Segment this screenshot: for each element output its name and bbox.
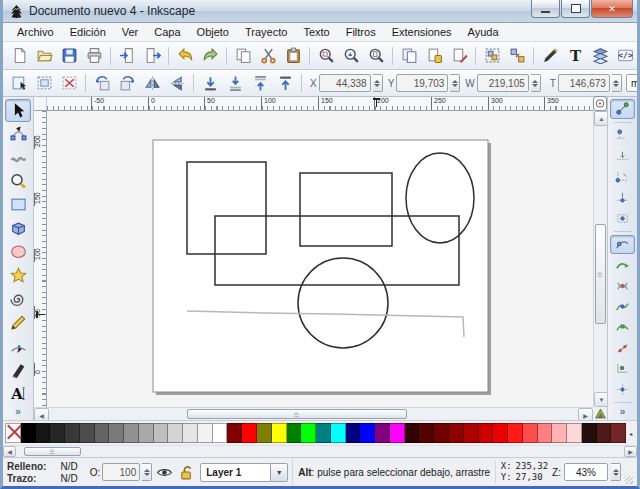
- swatch-008080[interactable]: [316, 423, 331, 443]
- minimize-button[interactable]: [531, 0, 560, 18]
- cmd-export-button[interactable]: [140, 44, 164, 68]
- opt-flip-h-button[interactable]: [140, 71, 164, 95]
- toolbox-overflow-chevron[interactable]: »: [15, 406, 21, 417]
- y-spinner[interactable]: [450, 74, 460, 92]
- tool-spiral-button[interactable]: [5, 288, 31, 311]
- zoom-input[interactable]: 43%: [564, 463, 608, 481]
- palette-scroll-left-arrow[interactable]: ◀: [3, 446, 16, 457]
- swatch-bfbfbf[interactable]: [154, 423, 169, 443]
- height-input[interactable]: 146,673: [558, 74, 610, 92]
- swatch-ff0000[interactable]: [242, 423, 257, 443]
- swatch-383838[interactable]: [65, 423, 80, 443]
- cmd-cut-button[interactable]: [256, 44, 280, 68]
- opt-lower-bottom-button[interactable]: [198, 71, 222, 95]
- cmd-new-button[interactable]: [7, 44, 31, 68]
- opt-rotate-cw-button[interactable]: [115, 71, 139, 95]
- swatch-ffffff[interactable]: [213, 423, 228, 443]
- swatch-260d0d[interactable]: [582, 423, 597, 443]
- swatch-800080[interactable]: [375, 423, 390, 443]
- snapbar-overflow-chevron[interactable]: »: [620, 406, 626, 417]
- menu-filtros[interactable]: Filtros: [338, 24, 384, 40]
- width-spinner[interactable]: [531, 74, 541, 92]
- swatch-cc0000[interactable]: [479, 423, 494, 443]
- swatch-636363[interactable]: [95, 423, 110, 443]
- swatch-800000[interactable]: [227, 423, 242, 443]
- vertical-scroll-thumb[interactable]: ☰: [595, 224, 606, 324]
- layer-lock-icon[interactable]: [177, 464, 194, 481]
- snap-enable-button[interactable]: [610, 99, 635, 119]
- swatch-808000[interactable]: [257, 423, 272, 443]
- palette-prev-arrow[interactable]: ◂: [626, 424, 635, 442]
- menu-extensiones[interactable]: Extensiones: [384, 24, 460, 40]
- swatch-ea0000[interactable]: [493, 423, 508, 443]
- color-profile-button[interactable]: [593, 407, 607, 420]
- width-input[interactable]: 219,105: [477, 74, 529, 92]
- opt-flip-v-button[interactable]: [165, 71, 189, 95]
- swatch-732626[interactable]: [611, 423, 626, 443]
- cmd-undo-button[interactable]: [173, 44, 197, 68]
- palette-scroll-track[interactable]: ☰: [16, 446, 624, 457]
- tool-selector-button[interactable]: [5, 99, 31, 122]
- opt-select-all-button[interactable]: [7, 71, 31, 95]
- snap-smooth-nodes-button[interactable]: [610, 318, 635, 338]
- snap-midpoints-button[interactable]: [610, 338, 635, 358]
- swatch-ffd9d9[interactable]: [567, 423, 582, 443]
- opacity-spinner[interactable]: [142, 463, 152, 481]
- vertical-scroll-track[interactable]: ☰: [594, 126, 607, 392]
- swatch-262626[interactable]: [50, 423, 65, 443]
- tool-pencil-button[interactable]: [5, 311, 31, 334]
- swatch-0000ff[interactable]: [360, 423, 375, 443]
- palette-scroll-right-arrow[interactable]: ▶: [624, 446, 637, 457]
- cmd-clone-button[interactable]: [422, 44, 446, 68]
- fill-stroke-indicator[interactable]: Relleno: N/D Trazo: N/D: [7, 461, 78, 484]
- unit-select[interactable]: mm ▼: [626, 74, 637, 92]
- restore-button[interactable]: [561, 0, 590, 18]
- horizontal-scroll-thumb[interactable]: ☰: [187, 409, 407, 419]
- swatch-919191[interactable]: [124, 423, 139, 443]
- swatch-00ffff[interactable]: [331, 423, 346, 443]
- horizontal-scroll-track[interactable]: ☰: [49, 408, 578, 420]
- cmd-import-button[interactable]: [115, 44, 139, 68]
- snap-nodes-button[interactable]: [610, 235, 635, 255]
- snap-bbox-centers-button[interactable]: [610, 208, 635, 228]
- snap-object-centers-button[interactable]: [610, 359, 635, 379]
- cmd-duplicate-button[interactable]: [397, 44, 421, 68]
- menu-trayecto[interactable]: Trayecto: [237, 24, 295, 40]
- swatch-000080[interactable]: [346, 423, 361, 443]
- snap-bbox-corners-button[interactable]: [610, 167, 635, 187]
- x-spinner[interactable]: [373, 74, 383, 92]
- opt-lower-button[interactable]: [223, 71, 247, 95]
- layer-visibility-eye-icon[interactable]: [156, 464, 173, 481]
- swatch-e5e5e5[interactable]: [183, 423, 198, 443]
- opt-raise-top-button[interactable]: [273, 71, 297, 95]
- menu-ver[interactable]: Ver: [114, 24, 147, 40]
- cmd-ungroup-button[interactable]: [505, 44, 529, 68]
- cmd-unlink-clone-button[interactable]: [447, 44, 471, 68]
- snap-cusp-nodes-button[interactable]: [610, 297, 635, 317]
- cmd-zoom-drawing-button[interactable]: [339, 44, 363, 68]
- swatch-d4d4d4[interactable]: [168, 423, 183, 443]
- tool-star-button[interactable]: [5, 264, 31, 287]
- swatch-00ff00[interactable]: [301, 423, 316, 443]
- cmd-copy-button[interactable]: [231, 44, 255, 68]
- menu-objeto[interactable]: Objeto: [189, 24, 237, 40]
- swatch-ffb3b3[interactable]: [552, 423, 567, 443]
- tool-ellipse-button[interactable]: [5, 241, 31, 264]
- swatch-ff4d4d[interactable]: [523, 423, 538, 443]
- swatch-a8a8a8[interactable]: [139, 423, 154, 443]
- opt-rotate-ccw-button[interactable]: [90, 71, 114, 95]
- palette-scrollbar[interactable]: ◀ ☰ ▶: [3, 445, 637, 457]
- cmd-print-button[interactable]: [82, 44, 106, 68]
- vertical-ruler[interactable]: 200150100500: [34, 111, 47, 407]
- swatch-f2f2f2[interactable]: [198, 423, 213, 443]
- vertical-scrollbar[interactable]: ▲ ☰ ▼: [593, 111, 607, 407]
- swatch-000000[interactable]: [21, 423, 36, 443]
- opt-raise-button[interactable]: [248, 71, 272, 95]
- tool-calligraphy-button[interactable]: [5, 359, 31, 382]
- menu-ayuda[interactable]: Ayuda: [460, 24, 507, 40]
- zoom-spinner[interactable]: [611, 463, 621, 481]
- opt-deselect-button[interactable]: [57, 71, 81, 95]
- swatch-ad0000[interactable]: [464, 423, 479, 443]
- snap-paths-button[interactable]: [610, 255, 635, 275]
- snap-bbox-button[interactable]: [610, 126, 635, 146]
